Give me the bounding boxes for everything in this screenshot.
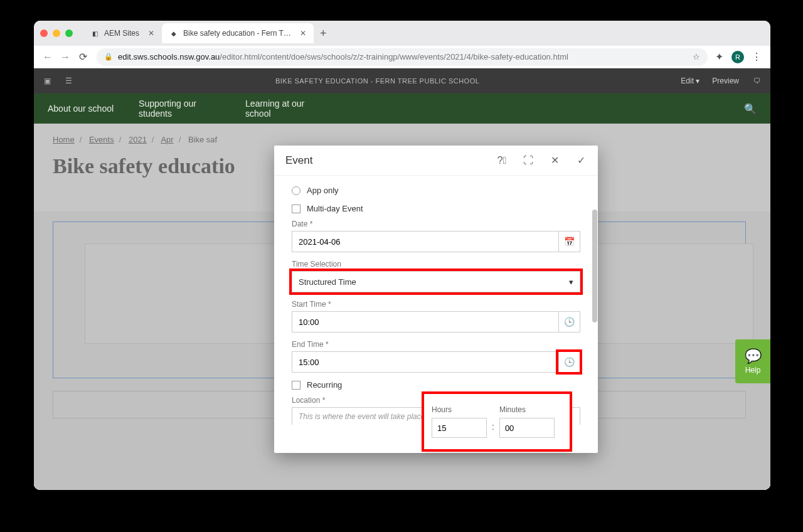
tab-label: Bike safety education - Fern T… xyxy=(183,29,291,38)
close-tab-icon[interactable]: ✕ xyxy=(148,29,154,38)
start-time-label: Start Time * xyxy=(292,300,580,309)
multi-day-label: Multi-day Event xyxy=(307,204,363,213)
app-only-radio[interactable]: App only xyxy=(292,186,580,195)
new-tab-button[interactable]: + xyxy=(314,27,333,40)
date-input[interactable] xyxy=(292,231,558,252)
multi-day-checkbox[interactable]: Multi-day Event xyxy=(292,204,580,213)
chevron-down-icon: ▾ xyxy=(696,77,699,85)
star-icon[interactable]: ☆ xyxy=(693,52,700,61)
hours-label: Hours xyxy=(432,405,487,414)
tab-label: AEM Sites xyxy=(104,29,139,38)
hours-input[interactable] xyxy=(432,418,487,438)
extensions-icon[interactable]: ✦ xyxy=(713,51,725,63)
scrollbar-thumb[interactable] xyxy=(592,210,597,322)
dialog-header: Event ?⃝ ⛶ ✕ ✓ xyxy=(274,146,598,176)
window-controls xyxy=(40,29,73,37)
confirm-icon[interactable]: ✓ xyxy=(575,155,587,166)
site-nav: About our school Supporting our students… xyxy=(34,93,770,124)
minimize-window[interactable] xyxy=(53,29,60,37)
date-label: Date * xyxy=(292,220,580,228)
checkbox-icon xyxy=(292,381,300,390)
dialog-title: Event xyxy=(285,154,496,167)
favicon-aem: ◧ xyxy=(90,29,99,38)
end-time-input-wrap: 🕒 xyxy=(292,351,580,373)
help-label: Help xyxy=(745,366,761,375)
fullscreen-icon[interactable]: ⛶ xyxy=(523,155,534,166)
date-input-wrap: 📅 xyxy=(292,231,580,252)
url-domain: edit.sws.schools.nsw.gov.au xyxy=(118,52,220,61)
recurring-checkbox[interactable]: Recurring xyxy=(292,380,580,390)
app-only-label: App only xyxy=(307,186,339,195)
url-path: /editor.html/content/doe/sws/schools/z/z… xyxy=(220,52,568,61)
nav-learning[interactable]: Learning at our school xyxy=(245,98,327,119)
forward-button[interactable]: → xyxy=(56,48,74,66)
maximize-window[interactable] xyxy=(65,29,73,37)
close-icon[interactable]: ✕ xyxy=(549,155,560,166)
preview-button[interactable]: Preview xyxy=(712,77,739,85)
chrome-tab-strip: ◧ AEM Sites ✕ ◆ Bike safety education - … xyxy=(34,21,770,46)
aem-page-title: BIKE SAFETY EDUCATION - FERN TREE PUBLIC… xyxy=(74,77,681,85)
end-time-input[interactable] xyxy=(292,352,558,372)
settings-icon[interactable]: ☰ xyxy=(63,75,74,87)
annotate-icon[interactable]: 🗨 xyxy=(752,75,763,87)
calendar-icon[interactable]: 📅 xyxy=(558,231,580,252)
address-bar[interactable]: 🔒 edit.sws.schools.nsw.gov.au/editor.htm… xyxy=(97,48,708,66)
help-icon[interactable]: ?⃝ xyxy=(496,155,508,166)
close-tab-icon[interactable]: ✕ xyxy=(300,29,306,38)
browser-window: ◧ AEM Sites ✕ ◆ Bike safety education - … xyxy=(34,21,770,490)
end-time-label: End Time * xyxy=(292,340,580,349)
time-selection-select[interactable]: Structured Time ▾ xyxy=(292,271,580,292)
time-selection-value: Structured Time xyxy=(299,277,356,287)
clock-icon[interactable]: 🕒 xyxy=(558,352,580,372)
edit-mode-dropdown[interactable]: Edit ▾ xyxy=(681,77,699,85)
url-bar-row: ← → ⟳ 🔒 edit.sws.schools.nsw.gov.au/edit… xyxy=(34,46,770,68)
kebab-menu-icon[interactable]: ⋮ xyxy=(750,51,763,63)
checkbox-icon xyxy=(292,205,300,213)
chrome-right-icons: ✦ R ⋮ xyxy=(713,51,765,63)
time-selection-label: Time Selection xyxy=(292,260,580,269)
timepicker-popover: Hours : Minutes xyxy=(424,394,570,449)
chevron-down-icon: ▾ xyxy=(569,277,573,287)
start-time-input-wrap: 🕒 xyxy=(292,311,580,332)
time-colon: : xyxy=(492,412,494,432)
minutes-label: Minutes xyxy=(499,405,555,414)
tab-bike-safety[interactable]: ◆ Bike safety education - Fern T… ✕ xyxy=(162,23,314,43)
panel-toggle-icon[interactable]: ▣ xyxy=(41,75,53,87)
radio-icon xyxy=(292,186,300,195)
aem-toolbar: ▣ ☰ BIKE SAFETY EDUCATION - FERN TREE PU… xyxy=(34,68,770,93)
help-button[interactable]: 💬 Help xyxy=(735,339,770,383)
clock-icon[interactable]: 🕒 xyxy=(558,312,580,332)
profile-avatar[interactable]: R xyxy=(731,51,744,63)
lock-icon: 🔒 xyxy=(104,53,113,61)
url-text: edit.sws.schools.nsw.gov.au/editor.html/… xyxy=(118,52,688,61)
reload-button[interactable]: ⟳ xyxy=(74,48,92,66)
nav-about[interactable]: About our school xyxy=(48,104,114,114)
recurring-label: Recurring xyxy=(307,380,342,390)
search-icon[interactable]: 🔍 xyxy=(744,103,757,115)
close-window[interactable] xyxy=(40,29,48,37)
chat-icon: 💬 xyxy=(745,348,762,364)
tabs-row: ◧ AEM Sites ✕ ◆ Bike safety education - … xyxy=(83,21,332,46)
favicon-doe: ◆ xyxy=(169,29,178,38)
start-time-input[interactable] xyxy=(292,312,558,332)
minutes-input[interactable] xyxy=(499,418,555,438)
tab-aem-sites[interactable]: ◧ AEM Sites ✕ xyxy=(83,23,162,43)
nav-supporting[interactable]: Supporting our students xyxy=(139,98,220,119)
back-button[interactable]: ← xyxy=(39,48,56,66)
